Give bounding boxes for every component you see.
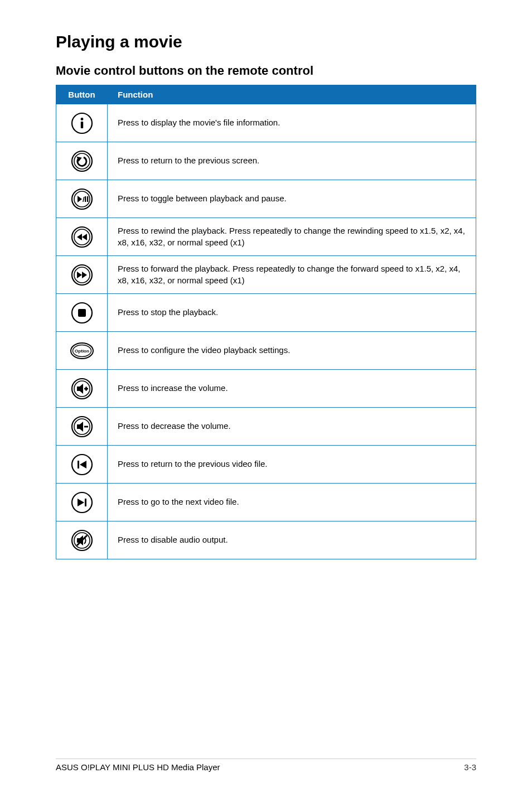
function-text: Press to disable audio output.	[108, 521, 476, 559]
page-footer: ASUS O!PLAY MINI PLUS HD Media Player 3-…	[56, 758, 476, 772]
prev-file-icon	[56, 446, 108, 484]
svg-marker-21	[77, 422, 83, 432]
page-title: Playing a movie	[56, 32, 476, 51]
table-row: Press to disable audio output.	[56, 521, 476, 559]
svg-marker-18	[77, 384, 83, 394]
svg-rect-23	[78, 461, 79, 468]
svg-marker-6	[78, 196, 82, 202]
header-function: Function	[108, 85, 476, 104]
table-row: Press to decrease the volume.	[56, 408, 476, 446]
svg-point-3	[80, 118, 83, 120]
svg-marker-11	[82, 234, 87, 240]
svg-marker-13	[82, 272, 87, 278]
option-icon: Option	[56, 332, 108, 370]
table-row: Press to stop the playback.	[56, 294, 476, 332]
play-pause-icon: /	[56, 180, 108, 218]
svg-rect-9	[87, 196, 88, 202]
function-text: Press to forward the playback. Press rep…	[108, 256, 476, 294]
table-row: Press to forward the playback. Press rep…	[56, 256, 476, 294]
function-text: Press to stop the playback.	[108, 294, 476, 332]
svg-rect-26	[85, 499, 86, 506]
table-row: Press to go to the next video file.	[56, 484, 476, 521]
stop-icon	[56, 294, 108, 332]
svg-marker-10	[77, 234, 82, 240]
function-text: Press to display the movie's file inform…	[108, 104, 476, 142]
header-button: Button	[56, 85, 108, 104]
rewind-icon	[56, 218, 108, 256]
function-text: Press to return to the previous video fi…	[108, 446, 476, 484]
svg-text:/: /	[83, 195, 85, 204]
table-row: Option Press to configure the video play…	[56, 332, 476, 370]
button-function-table: Button Function Press to display the mov…	[56, 85, 476, 559]
function-text: Press to toggle between playback and pau…	[108, 180, 476, 218]
function-text: Press to configure the video playback se…	[108, 332, 476, 370]
svg-marker-24	[80, 461, 86, 468]
info-icon	[56, 104, 108, 142]
svg-marker-25	[78, 499, 84, 506]
mute-icon	[56, 521, 108, 559]
function-text: Press to rewind the playback. Press repe…	[108, 218, 476, 256]
function-text: Press to go to the next video file.	[108, 484, 476, 521]
section-subtitle: Movie control buttons on the remote cont…	[56, 64, 476, 78]
svg-rect-22	[84, 426, 88, 427]
svg-rect-14	[78, 309, 86, 317]
svg-text:Option: Option	[75, 349, 89, 354]
forward-icon	[56, 256, 108, 294]
function-text: Press to decrease the volume.	[108, 408, 476, 446]
footer-product: ASUS O!PLAY MINI PLUS HD Media Player	[56, 762, 220, 772]
table-row: Press to return to the previous screen.	[56, 142, 476, 180]
function-text: Press to increase the volume.	[108, 370, 476, 408]
back-icon	[56, 142, 108, 180]
table-row: Press to display the movie's file inform…	[56, 104, 476, 142]
function-text: Press to return to the previous screen.	[108, 142, 476, 180]
volume-up-icon	[56, 370, 108, 408]
svg-marker-12	[77, 272, 82, 278]
volume-down-icon	[56, 408, 108, 446]
svg-rect-8	[85, 196, 86, 202]
footer-page-number: 3-3	[464, 762, 476, 772]
svg-rect-20	[85, 386, 87, 390]
svg-rect-4	[80, 122, 83, 128]
table-row: / Press to toggle between playback and p…	[56, 180, 476, 218]
table-row: Press to return to the previous video fi…	[56, 446, 476, 484]
next-file-icon	[56, 484, 108, 521]
table-row: Press to increase the volume.	[56, 370, 476, 408]
table-row: Press to rewind the playback. Press repe…	[56, 218, 476, 256]
